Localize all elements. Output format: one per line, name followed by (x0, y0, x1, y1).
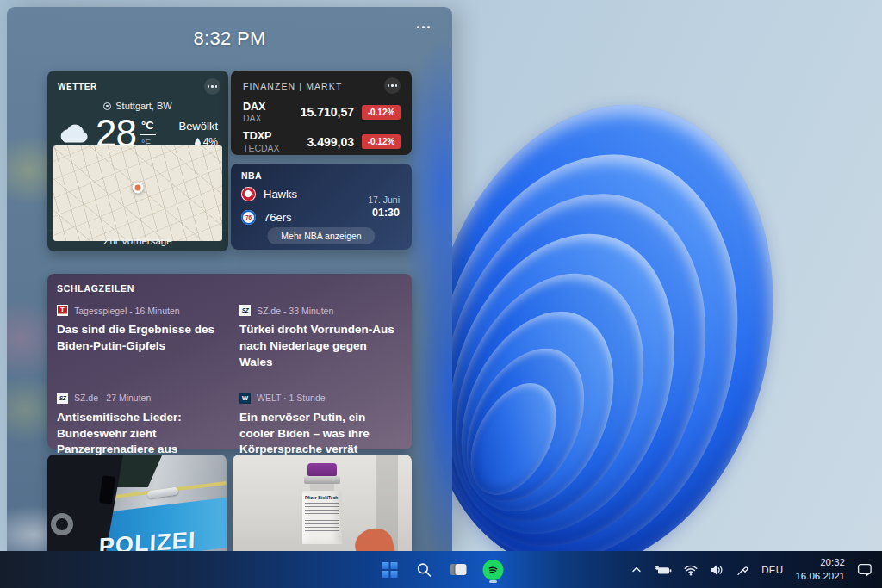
tray-date: 16.06.2021 (795, 570, 845, 584)
search-icon (416, 562, 432, 578)
language-indicator[interactable]: DEU (755, 551, 789, 588)
tray-chevron-up-icon[interactable] (625, 551, 648, 588)
panel-clock: 8:32 PM (7, 28, 452, 50)
tagesspiegel-icon: T (57, 305, 68, 316)
taskbar: DEU 20:32 16.06.2021 (0, 551, 882, 588)
news-source-meta: SZ.de - 33 Minuten (257, 306, 333, 316)
weather-location[interactable]: Stuttgart, BW (47, 101, 228, 111)
car-door-handle (147, 487, 179, 499)
pen-icon[interactable] (730, 551, 755, 588)
search-button[interactable] (409, 554, 439, 585)
news-image-police[interactable]: POLIZEI (47, 455, 227, 551)
weather-widget[interactable]: WETTER Stuttgart, BW 28 °C °F (47, 71, 228, 251)
headlines-widget: SCHLAGZEILEN T Tagesspiegel - 16 Minuten… (47, 274, 412, 449)
weather-map[interactable] (53, 145, 222, 241)
news-image-vaccine[interactable]: Pfizer-BioNTech COVID-19 (233, 455, 412, 551)
news-source-meta: Tagesspiegel - 16 Minuten (74, 306, 180, 316)
spotify-icon (482, 560, 503, 580)
task-view-icon (450, 562, 467, 577)
spotify-button[interactable] (478, 554, 508, 585)
ticker-name: TECDAX (243, 143, 296, 153)
weather-ellipsis-icon[interactable] (204, 78, 220, 95)
tray-clock[interactable]: 20:32 16.06.2021 (789, 551, 851, 588)
unit-celsius-toggle[interactable]: °C (140, 119, 156, 135)
wifi-icon[interactable] (678, 551, 704, 588)
droplet-icon (195, 138, 201, 146)
headlines-title: SCHLAGZEILEN (57, 283, 402, 294)
tray-time: 20:32 (820, 556, 845, 570)
news-source-meta: WELT · 1 Stunde (257, 393, 326, 403)
news-headline: Das sind die Ergebnisse des Biden-Putin-… (57, 322, 220, 355)
ticker-change-badge: -0.12% (362, 134, 401, 149)
news-item[interactable]: SZ SZ.de - 33 Minuten Türkei droht Vorru… (239, 305, 402, 371)
start-button[interactable] (375, 554, 405, 585)
finance-widget[interactable]: FINANZEN | MARKT DAX DAX 15.710,57 -0.12… (231, 71, 412, 155)
ticker-row-tecdax[interactable]: TDXP TECDAX 3.499,03 -0.12% (243, 130, 401, 152)
nba-title: NBA (241, 170, 401, 181)
hawks-logo-icon (241, 187, 256, 201)
finance-ellipsis-icon[interactable] (384, 77, 401, 94)
weather-title: WETTER (58, 82, 204, 91)
ticker-price: 15.710,57 (301, 105, 354, 119)
desktop: 8:32 PM WETTER Stuttgart, BW (0, 0, 882, 588)
volume-icon[interactable] (704, 551, 730, 588)
news-source-meta: SZ.de - 27 Minuten (74, 393, 151, 403)
ticker-change-badge: -0.12% (362, 105, 401, 120)
team-name: 76ers (264, 211, 292, 224)
ticker-price: 3.499,03 (307, 135, 355, 149)
widgets-panel: 8:32 PM WETTER Stuttgart, BW (7, 7, 452, 551)
map-pin-icon (133, 182, 144, 193)
team-name: Hawks (264, 188, 297, 201)
news-headline: Türkei droht Vorrunden-Aus nach Niederla… (239, 322, 402, 371)
more-nba-button[interactable]: Mehr NBA anzeigen (267, 227, 375, 244)
sz-icon: SZ (239, 305, 251, 316)
game-schedule: 17. Juni 01:30 (368, 195, 400, 219)
task-view-button[interactable] (444, 554, 474, 585)
ticker-row-dax[interactable]: DAX DAX 15.710,57 -0.12% (243, 101, 401, 123)
ticker-symbol: TDXP (243, 130, 296, 142)
news-item[interactable]: T Tagesspiegel - 16 Minuten Das sind die… (57, 305, 220, 371)
welt-icon: w (239, 393, 251, 404)
notifications-icon[interactable] (851, 551, 879, 588)
76ers-logo-icon: 76 (241, 210, 256, 225)
panel-ellipsis-icon[interactable] (413, 22, 433, 32)
game-date: 17. Juni (368, 195, 400, 205)
location-crosshair-icon (103, 102, 111, 110)
sz-icon: SZ (57, 393, 68, 404)
weather-condition: Bewölkt (178, 120, 218, 133)
ticker-symbol: DAX (243, 101, 296, 113)
finance-title: FINANZEN | MARKT (243, 81, 384, 91)
start-icon (382, 562, 397, 578)
weather-forecast-link[interactable]: Zur Vorhersage (47, 230, 228, 251)
battery-charging-icon[interactable] (648, 551, 678, 588)
nba-widget[interactable]: NBA Hawks 76 76ers 17. Juni 01:30 Mehr N… (231, 164, 412, 250)
running-app-indicator (489, 580, 497, 583)
game-time: 01:30 (368, 207, 400, 219)
vaccine-vial: Pfizer-BioNTech COVID-19 (302, 463, 342, 544)
vial-label: Pfizer-BioNTech COVID-19 (305, 495, 339, 501)
news-headline: Ein nervöser Putin, ein cooler Biden – w… (239, 410, 402, 459)
ticker-name: DAX (243, 113, 296, 123)
cloud-icon (58, 123, 90, 144)
